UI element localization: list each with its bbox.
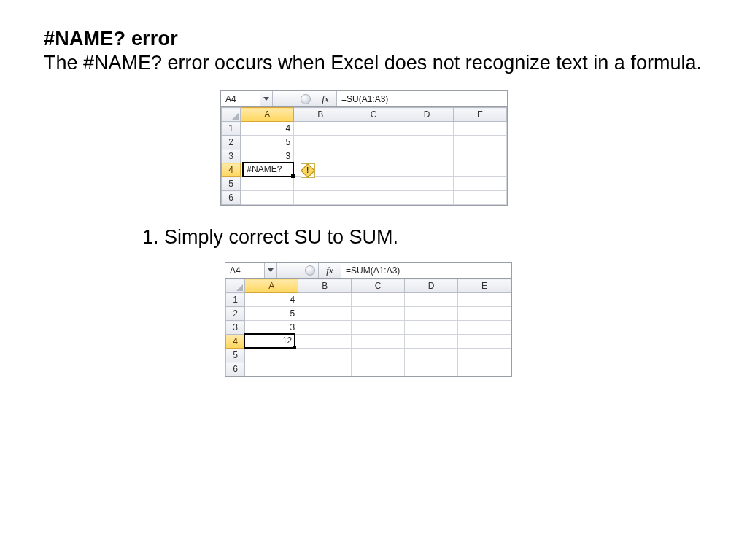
cell[interactable] <box>458 293 511 307</box>
step-1-text: 1. Simply correct SU to SUM. <box>142 226 703 249</box>
row-header-2[interactable]: 2 <box>222 136 241 149</box>
row-header-6[interactable]: 6 <box>226 362 245 376</box>
cell[interactable] <box>458 335 511 349</box>
cell[interactable] <box>454 149 507 163</box>
cell[interactable] <box>347 136 400 149</box>
cell[interactable] <box>454 136 507 149</box>
col-header-b[interactable]: B <box>294 108 347 122</box>
cell[interactable] <box>454 177 507 191</box>
cell[interactable] <box>245 349 298 362</box>
name-box-dropdown-icon[interactable] <box>265 262 277 278</box>
cell[interactable] <box>405 335 458 349</box>
row-header-5[interactable]: 5 <box>226 349 245 362</box>
cell[interactable] <box>298 307 352 321</box>
cell[interactable] <box>294 177 347 191</box>
formula-input[interactable]: =SU(A1:A3) <box>337 91 507 106</box>
excel-screenshot-2: A4 fx =SUM(A1:A3) A B C D E 1 4 <box>225 262 512 377</box>
cell[interactable] <box>298 321 352 335</box>
cell[interactable] <box>294 136 347 149</box>
cell[interactable] <box>405 362 458 376</box>
col-header-a[interactable]: A <box>241 108 294 122</box>
cell[interactable] <box>400 177 454 191</box>
page-heading: #NAME? error <box>44 28 703 50</box>
cell[interactable] <box>454 163 507 177</box>
cell[interactable] <box>352 307 405 321</box>
col-header-e[interactable]: E <box>454 108 507 122</box>
select-all-corner[interactable] <box>226 279 245 293</box>
row-header-4[interactable]: 4 <box>222 163 241 177</box>
cell[interactable]: 3 <box>245 321 298 335</box>
intro-text: The #NAME? error occurs when Excel does … <box>44 52 703 74</box>
cell-selected[interactable]: 12 <box>245 335 298 349</box>
selected-cell-value: #NAME? <box>247 164 282 174</box>
cell[interactable] <box>405 293 458 307</box>
spreadsheet-grid[interactable]: A B C D E 1 4 2 5 3 3 4 <box>221 107 507 205</box>
cell[interactable] <box>352 293 405 307</box>
cell[interactable] <box>458 362 511 376</box>
fx-icon[interactable]: fx <box>314 91 337 106</box>
cell[interactable] <box>294 122 347 136</box>
col-header-d[interactable]: D <box>400 108 454 122</box>
cell[interactable] <box>245 362 298 376</box>
row-header-3[interactable]: 3 <box>222 149 241 163</box>
cell[interactable] <box>241 191 294 205</box>
cell[interactable] <box>454 122 507 136</box>
cell[interactable] <box>298 362 352 376</box>
row-header-4[interactable]: 4 <box>226 335 245 349</box>
row-header-1[interactable]: 1 <box>226 293 245 307</box>
cell[interactable] <box>458 321 511 335</box>
cell[interactable] <box>405 307 458 321</box>
cell[interactable] <box>458 349 511 362</box>
row-header-1[interactable]: 1 <box>222 122 241 136</box>
col-header-a[interactable]: A <box>245 279 298 293</box>
row-header-6[interactable]: 6 <box>222 191 241 205</box>
col-header-c[interactable]: C <box>352 279 405 293</box>
cell[interactable] <box>405 321 458 335</box>
cell[interactable] <box>352 349 405 362</box>
cell[interactable] <box>298 349 352 362</box>
cell[interactable] <box>347 191 400 205</box>
cell[interactable] <box>352 321 405 335</box>
cell[interactable] <box>454 191 507 205</box>
cell[interactable]: 5 <box>245 307 298 321</box>
error-smart-tag-icon[interactable]: ! <box>301 163 315 178</box>
formula-input[interactable]: =SUM(A1:A3) <box>341 262 511 278</box>
cell[interactable]: 3 <box>241 149 294 163</box>
cell[interactable] <box>400 191 454 205</box>
cell[interactable] <box>241 177 294 191</box>
cell[interactable] <box>298 335 352 349</box>
cell[interactable] <box>294 149 347 163</box>
cell[interactable] <box>347 122 400 136</box>
cell[interactable] <box>400 122 454 136</box>
row-header-2[interactable]: 2 <box>226 307 245 321</box>
cell[interactable] <box>405 349 458 362</box>
name-box-dropdown-icon[interactable] <box>260 91 273 106</box>
col-header-c[interactable]: C <box>347 108 400 122</box>
cell[interactable] <box>400 163 454 177</box>
cell[interactable] <box>352 362 405 376</box>
cell[interactable]: 5 <box>241 136 294 149</box>
cell[interactable] <box>294 191 347 205</box>
cell[interactable] <box>400 149 454 163</box>
formula-bar-buttons-area <box>277 262 319 278</box>
cell-selected[interactable]: #NAME? ! <box>241 163 294 177</box>
name-box[interactable]: A4 <box>225 262 265 278</box>
cell[interactable] <box>352 335 405 349</box>
cell[interactable] <box>347 177 400 191</box>
select-all-corner[interactable] <box>222 108 241 122</box>
row-header-5[interactable]: 5 <box>222 177 241 191</box>
cell[interactable] <box>400 136 454 149</box>
spreadsheet-grid[interactable]: A B C D E 1 4 2 5 3 3 4 <box>225 279 511 376</box>
cell[interactable] <box>298 293 352 307</box>
fx-icon[interactable]: fx <box>319 262 341 278</box>
cell[interactable]: 4 <box>241 122 294 136</box>
cell[interactable] <box>347 163 400 177</box>
col-header-d[interactable]: D <box>405 279 458 293</box>
cell[interactable] <box>458 307 511 321</box>
col-header-e[interactable]: E <box>458 279 511 293</box>
name-box[interactable]: A4 <box>221 91 260 106</box>
cell[interactable] <box>347 149 400 163</box>
cell[interactable]: 4 <box>245 293 298 307</box>
col-header-b[interactable]: B <box>298 279 352 293</box>
row-header-3[interactable]: 3 <box>226 321 245 335</box>
